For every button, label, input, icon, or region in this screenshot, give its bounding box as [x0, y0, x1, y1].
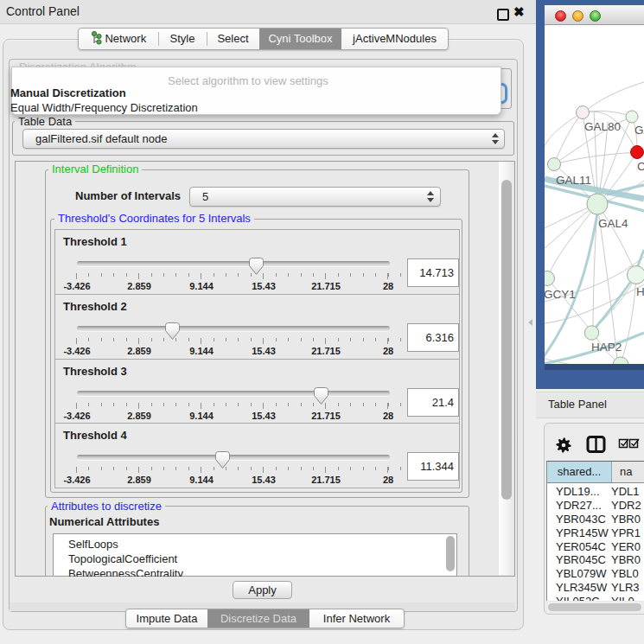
- svg-text:GAL80: GAL80: [584, 120, 621, 133]
- svg-text:GA: GA: [634, 124, 644, 137]
- svg-text:HAP2: HAP2: [591, 341, 622, 354]
- svg-text:GCY1: GCY1: [545, 288, 576, 301]
- svg-text:GAL11: GAL11: [556, 174, 591, 187]
- svg-text:GAL4: GAL4: [598, 217, 628, 230]
- svg-text:H: H: [636, 285, 644, 298]
- svg-text:C: C: [637, 160, 644, 173]
